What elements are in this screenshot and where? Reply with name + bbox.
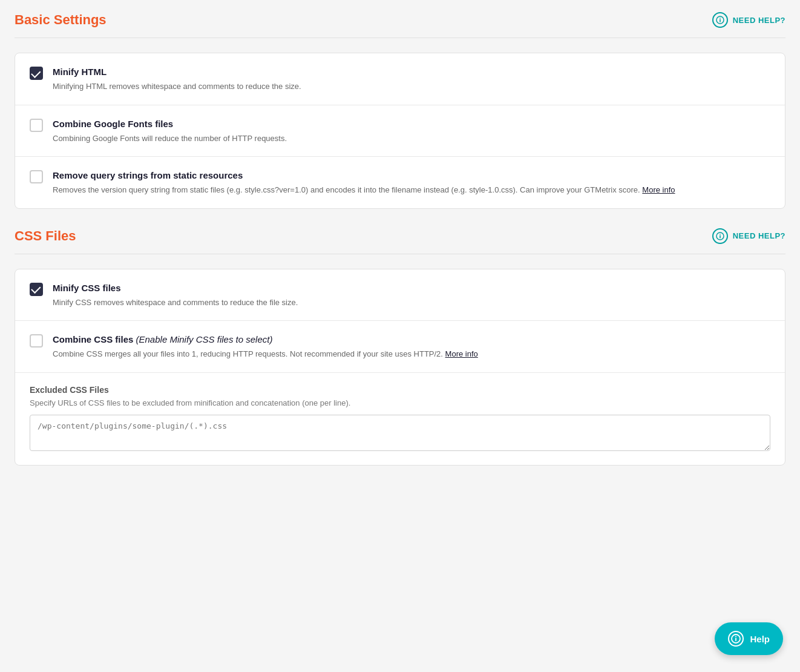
combine-google-fonts-desc: Combining Google Fonts will reduce the n… bbox=[53, 133, 770, 145]
minify-css-checkbox[interactable] bbox=[30, 283, 43, 296]
svg-point-1 bbox=[720, 18, 721, 19]
remove-query-strings-title: Remove query strings from static resourc… bbox=[53, 169, 770, 182]
excluded-css-section: Excluded CSS Files Specify URLs of CSS f… bbox=[15, 373, 785, 465]
minify-css-row: Minify CSS files Minify CSS removes whit… bbox=[15, 269, 785, 321]
minify-html-desc: Minifying HTML removes whitespace and co… bbox=[53, 81, 770, 93]
basic-settings-title: Basic Settings bbox=[15, 12, 107, 28]
remove-query-strings-row: Remove query strings from static resourc… bbox=[15, 157, 785, 208]
minify-css-title: Minify CSS files bbox=[53, 282, 770, 294]
combine-css-desc: Combine CSS merges all your files into 1… bbox=[53, 348, 770, 360]
minify-html-row: Minify HTML Minifying HTML removes white… bbox=[15, 53, 785, 105]
combine-css-row: Combine CSS files (Enable Minify CSS fil… bbox=[15, 321, 785, 373]
basic-settings-card: Minify HTML Minifying HTML removes white… bbox=[15, 53, 785, 209]
svg-rect-8 bbox=[736, 638, 737, 642]
help-fab-label: Help bbox=[750, 634, 770, 644]
help-circle-icon-2 bbox=[712, 228, 728, 244]
divider bbox=[15, 38, 785, 38]
combine-css-checkbox[interactable] bbox=[30, 334, 43, 348]
css-files-title: CSS Files bbox=[15, 228, 76, 244]
combine-google-fonts-checkbox[interactable] bbox=[30, 119, 43, 132]
remove-query-strings-checkbox[interactable] bbox=[30, 170, 43, 183]
excluded-css-input[interactable] bbox=[30, 415, 770, 451]
combine-css-title: Combine CSS files (Enable Minify CSS fil… bbox=[53, 333, 770, 346]
css-files-header: CSS Files NEED HELP? bbox=[15, 228, 785, 244]
combine-google-fonts-row: Combine Google Fonts files Combining Goo… bbox=[15, 105, 785, 157]
help-fab-icon bbox=[728, 631, 744, 647]
minify-html-title: Minify HTML bbox=[53, 65, 770, 78]
svg-rect-5 bbox=[720, 235, 721, 238]
combine-css-more-info-link[interactable]: More info bbox=[445, 349, 478, 358]
excluded-css-title: Excluded CSS Files bbox=[30, 385, 770, 395]
excluded-css-desc: Specify URLs of CSS files to be excluded… bbox=[30, 398, 770, 407]
basic-settings-need-help-button[interactable]: NEED HELP? bbox=[712, 12, 785, 28]
help-circle-icon bbox=[712, 12, 728, 28]
minify-html-checkbox[interactable] bbox=[30, 67, 43, 80]
minify-css-desc: Minify CSS removes whitespace and commen… bbox=[53, 297, 770, 309]
combine-google-fonts-title: Combine Google Fonts files bbox=[53, 117, 770, 130]
help-fab-button[interactable]: Help bbox=[715, 622, 783, 655]
css-files-card: Minify CSS files Minify CSS removes whit… bbox=[15, 269, 785, 466]
svg-point-7 bbox=[735, 636, 736, 637]
divider-2 bbox=[15, 254, 785, 254]
basic-settings-header: Basic Settings NEED HELP? bbox=[15, 12, 785, 28]
remove-query-strings-more-info-link[interactable]: More info bbox=[642, 185, 675, 194]
remove-query-strings-desc: Removes the version query string from st… bbox=[53, 184, 770, 196]
svg-point-4 bbox=[720, 234, 721, 235]
css-files-need-help-button[interactable]: NEED HELP? bbox=[712, 228, 785, 244]
svg-rect-2 bbox=[720, 19, 721, 22]
